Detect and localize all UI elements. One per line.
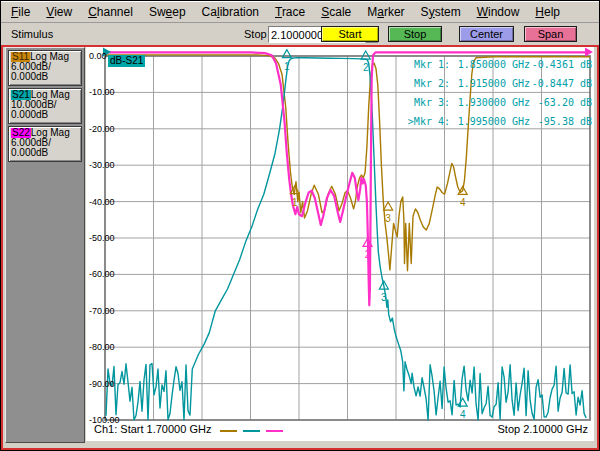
marker-2-label: 2: [363, 62, 369, 73]
marker-name: >Mkr 4:: [400, 115, 450, 128]
channel-start-label: Ch1: Start 1.70000 GHz: [94, 423, 211, 435]
marker-frequency: 1.915000 GHz: [450, 77, 530, 90]
marker-4-label: 4: [460, 409, 466, 420]
y-axis-tick: -20.00: [89, 124, 115, 134]
y-axis-tick: -30.00: [89, 160, 115, 170]
marker-3-symbol-s11[interactable]: [384, 202, 393, 210]
marker-readout-row: >Mkr 4:1.995000 GHz-95.38 dB: [400, 115, 592, 128]
trace-reference: 0.000dB: [11, 110, 79, 120]
active-trace-label: dB-S21: [108, 55, 145, 67]
vna-application-window: FileViewChannelSweepCalibrationTraceScal…: [0, 0, 600, 451]
stop-field-label: Stop: [244, 28, 267, 40]
marker-2-label: 2: [365, 249, 371, 260]
stimulus-label: Stimulus: [11, 28, 53, 40]
marker-frequency: 1.995000 GHz: [450, 115, 530, 128]
menu-item-scale[interactable]: Scale: [313, 2, 359, 22]
marker-name: Mkr 2:: [400, 77, 450, 90]
menu-item-trace[interactable]: Trace: [267, 2, 313, 22]
trace-s21: [106, 58, 586, 420]
y-axis-tick: -10.00: [89, 87, 115, 97]
span-button[interactable]: Span: [524, 26, 577, 42]
y-axis-tick: -90.00: [89, 379, 115, 389]
menu-item-marker[interactable]: Marker: [359, 2, 412, 22]
legend-dash-s21: [243, 430, 260, 432]
menu-item-channel[interactable]: Channel: [80, 2, 141, 22]
y-axis-tick: -40.00: [89, 197, 115, 207]
center-button[interactable]: Center: [459, 26, 514, 42]
menu-item-file[interactable]: File: [3, 2, 38, 22]
menu-item-calibration[interactable]: Calibration: [194, 2, 267, 22]
stop-button[interactable]: Stop: [388, 26, 442, 42]
marker-frequency: 1.850000 GHz: [450, 58, 530, 71]
trace-button-s21[interactable]: S21Log Mag10.000dB/0.000dB: [8, 88, 82, 124]
marker-4-label: 4: [460, 197, 466, 208]
ref-indicator-s22: [585, 47, 593, 56]
marker-value: -0.8447 dB: [530, 77, 592, 90]
marker-name: Mkr 1:: [400, 58, 450, 71]
trace-button-s11[interactable]: S11Log Mag6.000dB/0.000dB: [8, 50, 82, 86]
stimulus-toolbar: Stimulus Stop ▲▼ StartStopCenterSpan: [1, 23, 599, 45]
start-button[interactable]: Start: [321, 26, 379, 42]
menu-bar: FileViewChannelSweepCalibrationTraceScal…: [1, 1, 599, 23]
menu-item-system[interactable]: System: [413, 2, 469, 22]
marker-3-label: 3: [381, 292, 387, 303]
marker-value: -0.4361 dB: [530, 58, 592, 71]
marker-3-label: 3: [385, 213, 391, 224]
marker-4-symbol-s21[interactable]: [458, 398, 467, 406]
marker-readout-row: Mkr 2:1.915000 GHz-0.8447 dB: [400, 77, 592, 90]
trace-reference: 0.000dB: [11, 72, 79, 82]
menu-item-window[interactable]: Window: [469, 2, 528, 22]
marker-1-label: 1: [292, 197, 298, 208]
marker-value: -63.20 dB: [530, 96, 592, 109]
y-axis-tick: -60.00: [89, 269, 115, 279]
y-axis-tick: 0.00: [89, 51, 107, 61]
trace-reference: 0.000dB: [11, 148, 79, 158]
legend-dash-s22: [266, 430, 283, 432]
marker-2-symbol-s21[interactable]: [361, 51, 370, 59]
y-axis-tick: -80.00: [89, 342, 115, 352]
marker-1-label: 1: [284, 61, 290, 72]
marker-name: Mkr 3:: [400, 96, 450, 109]
marker-readout-row: Mkr 3:1.930000 GHz-63.20 dB: [400, 96, 592, 109]
channel-stop-label: Stop 2.10000 GHz: [497, 423, 588, 435]
trace-sidebar: S11Log Mag6.000dB/0.000dBS21Log Mag10.00…: [5, 47, 85, 443]
menu-item-help[interactable]: Help: [527, 2, 568, 22]
marker-frequency: 1.930000 GHz: [450, 96, 530, 109]
menu-item-view[interactable]: View: [38, 2, 80, 22]
trace-button-s22[interactable]: S22Log Mag6.000dB/0.000dB: [8, 126, 82, 162]
y-axis-tick: -50.00: [89, 233, 115, 243]
legend-dash-s11: [220, 430, 237, 432]
marker-readout-row: Mkr 1:1.850000 GHz-0.4361 dB: [400, 58, 592, 71]
y-axis-tick: -70.00: [89, 306, 115, 316]
plot-canvas: 12341342 dB-S21 0.00-10.00-20.00-30.00-4…: [86, 47, 594, 441]
menu-item-sweep[interactable]: Sweep: [141, 2, 194, 22]
marker-value: -95.38 dB: [530, 115, 592, 128]
